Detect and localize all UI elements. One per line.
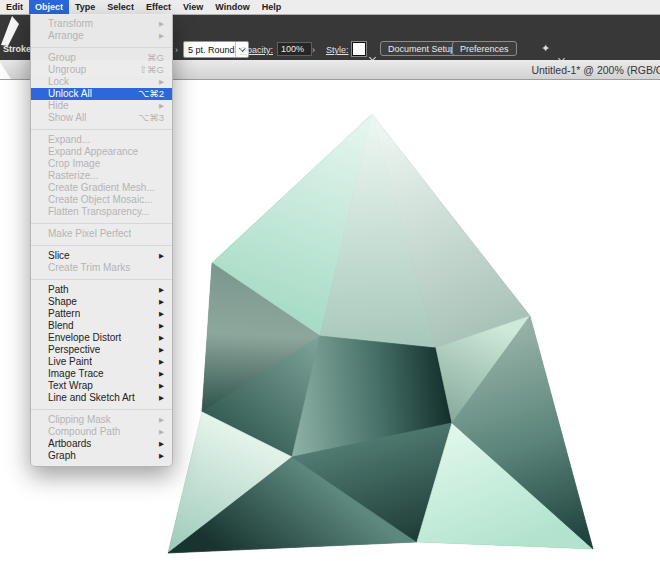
menu-item-label: Arrange [48, 30, 84, 42]
menu-item-clipping-mask[interactable]: Clipping Mask▶ [31, 414, 172, 426]
submenu-arrow-icon: ▶ [159, 308, 164, 320]
menu-item-label: Crop Image [48, 158, 100, 170]
menu-item-crop-image[interactable]: Crop Image [31, 158, 172, 170]
menu-item-shortcut: ⌥⌘2 [138, 88, 164, 100]
style-label[interactable]: Style: [326, 45, 349, 55]
menubar-item-view[interactable]: View [177, 0, 209, 14]
submenu-arrow-icon: ▶ [159, 296, 164, 308]
menu-item-blend[interactable]: Blend▶ [31, 320, 172, 332]
menu-item-label: Create Trim Marks [48, 262, 130, 274]
brush-tool-icon [0, 15, 24, 61]
menu-item-label: Image Trace [48, 368, 104, 380]
menu-item-unlock-all[interactable]: Unlock All⌥⌘2 [31, 88, 172, 100]
menu-item-line-and-sketch-art[interactable]: Line and Sketch Art▶ [31, 392, 172, 404]
menu-item-lock[interactable]: Lock▶ [31, 76, 172, 88]
submenu-arrow-icon: ▶ [159, 76, 164, 88]
menu-item-hide[interactable]: Hide▶ [31, 100, 172, 112]
illustrator-window: Stroke: › 5 pt. Round Opacity: 100% › St… [0, 0, 660, 581]
menu-item-shortcut: ⌘G [147, 52, 164, 64]
menu-separator [31, 409, 172, 410]
document-setup-button[interactable]: Document Setup [380, 41, 463, 56]
menu-item-flatten-transparency[interactable]: Flatten Transparency... [31, 206, 172, 218]
menu-item-label: Shape [48, 296, 77, 308]
workspace-switcher-icon[interactable]: ✦ [541, 42, 550, 55]
submenu-arrow-icon: ▶ [159, 18, 164, 30]
menu-item-label: Path [48, 284, 69, 296]
menu-item-label: Live Paint [48, 356, 92, 368]
submenu-arrow-icon: ▶ [159, 380, 164, 392]
menu-item-perspective[interactable]: Perspective▶ [31, 344, 172, 356]
menu-item-label: Slice [48, 250, 70, 262]
menu-item-shortcut: ⌥⌘3 [138, 112, 164, 124]
menu-item-graph[interactable]: Graph▶ [31, 450, 172, 462]
menu-item-label: Unlock All [48, 88, 92, 100]
stroke-stepper-fragment: › [175, 45, 178, 55]
brush-preset-value: 5 pt. Round [184, 45, 235, 55]
style-swatch[interactable] [352, 42, 366, 56]
menu-item-create-trim-marks[interactable]: Create Trim Marks [31, 262, 172, 274]
menu-item-artboards[interactable]: Artboards▶ [31, 438, 172, 450]
menubar-item-window[interactable]: Window [209, 0, 255, 14]
menu-item-shortcut: ⇧⌘G [139, 64, 164, 76]
submenu-arrow-icon: ▶ [159, 450, 164, 462]
menu-item-expand[interactable]: Expand... [31, 134, 172, 146]
menu-item-ungroup[interactable]: Ungroup⇧⌘G [31, 64, 172, 76]
menu-item-expand-appearance[interactable]: Expand Appearance [31, 146, 172, 158]
menubar-item-edit[interactable]: Edit [0, 0, 29, 14]
submenu-arrow-icon: ▶ [159, 438, 164, 450]
preferences-button[interactable]: Preferences [452, 41, 517, 56]
menu-item-label: Artboards [48, 438, 91, 450]
menu-item-pattern[interactable]: Pattern▶ [31, 308, 172, 320]
opacity-input[interactable]: 100% [277, 42, 312, 56]
menubar-item-object[interactable]: Object [29, 0, 69, 14]
menu-separator [31, 279, 172, 280]
submenu-arrow-icon: ▶ [159, 356, 164, 368]
menu-item-live-paint[interactable]: Live Paint▶ [31, 356, 172, 368]
object-menu-panel: Transform▶Arrange▶Group⌘GUngroup⇧⌘GLock▶… [30, 14, 173, 467]
menu-item-transform[interactable]: Transform▶ [31, 18, 172, 30]
menu-item-arrange[interactable]: Arrange▶ [31, 30, 172, 42]
opacity-stepper-chevron[interactable]: › [312, 45, 315, 55]
menu-item-compound-path[interactable]: Compound Path▶ [31, 426, 172, 438]
title-bar-wedge-icon [0, 60, 14, 79]
submenu-arrow-icon: ▶ [159, 250, 164, 262]
menubar-item-effect[interactable]: Effect [140, 0, 177, 14]
menu-item-make-pixel-perfect[interactable]: Make Pixel Perfect [31, 228, 172, 240]
submenu-arrow-icon: ▶ [159, 414, 164, 426]
menu-item-label: Lock [48, 76, 69, 88]
menu-item-create-gradient-mesh[interactable]: Create Gradient Mesh... [31, 182, 172, 194]
menu-item-label: Expand Appearance [48, 146, 138, 158]
menu-item-group[interactable]: Group⌘G [31, 52, 172, 64]
menu-separator [31, 223, 172, 224]
menu-item-slice[interactable]: Slice▶ [31, 250, 172, 262]
menu-item-label: Blend [48, 320, 74, 332]
menubar-item-help[interactable]: Help [256, 0, 288, 14]
menu-item-shape[interactable]: Shape▶ [31, 296, 172, 308]
submenu-arrow-icon: ▶ [159, 344, 164, 356]
menu-item-show-all[interactable]: Show All⌥⌘3 [31, 112, 172, 124]
menu-item-label: Graph [48, 450, 76, 462]
menu-item-rasterize[interactable]: Rasterize... [31, 170, 172, 182]
submenu-arrow-icon: ▶ [159, 30, 164, 42]
menu-item-create-object-mosaic[interactable]: Create Object Mosaic... [31, 194, 172, 206]
menu-item-image-trace[interactable]: Image Trace▶ [31, 368, 172, 380]
submenu-arrow-icon: ▶ [159, 426, 164, 438]
menubar-item-type[interactable]: Type [69, 0, 101, 14]
menu-item-label: Pattern [48, 308, 80, 320]
menu-item-path[interactable]: Path▶ [31, 284, 172, 296]
menu-item-envelope-distort[interactable]: Envelope Distort▶ [31, 332, 172, 344]
menu-item-label: Create Gradient Mesh... [48, 182, 155, 194]
menu-item-label: Envelope Distort [48, 332, 121, 344]
menu-item-label: Hide [48, 100, 69, 112]
submenu-arrow-icon: ▶ [159, 368, 164, 380]
submenu-arrow-icon: ▶ [159, 284, 164, 296]
menubar-item-select[interactable]: Select [101, 0, 140, 14]
menu-item-label: Transform [48, 18, 93, 30]
menu-item-label: Expand... [48, 134, 90, 146]
menu-item-text-wrap[interactable]: Text Wrap▶ [31, 380, 172, 392]
menu-separator [31, 245, 172, 246]
opacity-label[interactable]: Opacity: [240, 45, 273, 55]
menu-item-label: Create Object Mosaic... [48, 194, 152, 206]
menu-separator [31, 47, 172, 48]
menu-item-label: Compound Path [48, 426, 120, 438]
